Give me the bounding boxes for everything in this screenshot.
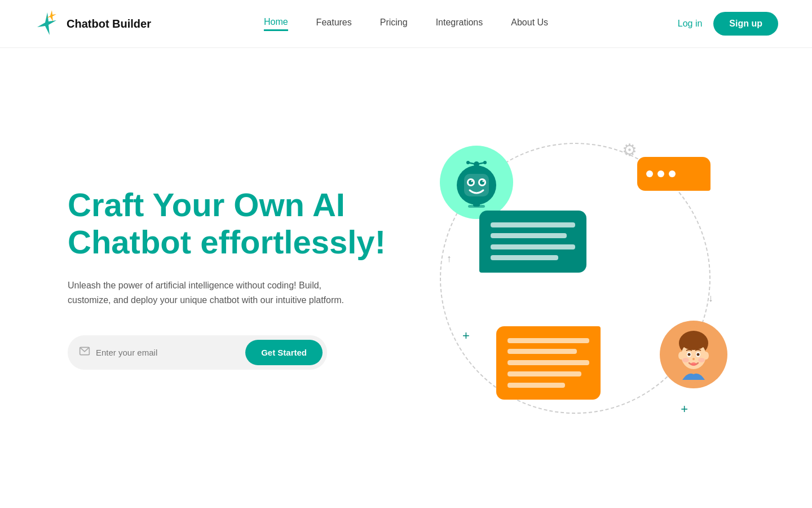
svg-point-30	[691, 362, 696, 366]
nav-links: Home Features Pricing Integrations About…	[264, 17, 548, 31]
dot-2	[657, 170, 664, 177]
hero-content: Craft Your Own AI Chatbot effortlessly! …	[68, 186, 386, 370]
bubble-line-3	[491, 244, 575, 249]
nav-actions: Log in Sign up	[678, 12, 778, 36]
chat-bubble-small	[637, 157, 710, 191]
svg-point-24	[703, 352, 709, 360]
email-form: Get Started	[68, 335, 327, 370]
hero-section: Craft Your Own AI Chatbot effortlessly! …	[0, 48, 812, 508]
robot-avatar	[440, 146, 513, 219]
bubble-line-1	[491, 222, 575, 227]
email-icon	[79, 345, 90, 360]
svg-rect-18	[468, 205, 485, 208]
nav-features[interactable]: Features	[316, 17, 352, 30]
bubble-line-5	[508, 338, 589, 343]
nav-integrations[interactable]: Integrations	[436, 17, 483, 30]
nav-about[interactable]: About Us	[511, 17, 548, 30]
hero-title-line1: Craft Your Own AI	[68, 186, 345, 223]
plus-icon-2: +	[681, 402, 688, 417]
svg-point-32	[698, 358, 705, 362]
navbar: Chatbot Builder Home Features Pricing In…	[0, 0, 812, 48]
logo[interactable]: Chatbot Builder	[34, 10, 151, 37]
human-avatar	[660, 321, 727, 388]
bubble-line-4	[491, 255, 558, 260]
nav-pricing[interactable]: Pricing	[380, 17, 408, 30]
gear-icon: ⚙	[622, 140, 637, 160]
dot-1	[646, 170, 653, 177]
plus-icon-1: +	[462, 329, 470, 343]
bubble-line-7	[508, 360, 589, 365]
signup-button[interactable]: Sign up	[713, 12, 778, 36]
svg-point-27	[688, 353, 691, 356]
bubble-line-8	[508, 371, 581, 376]
hero-subtitle: Unleash the power of artificial intellig…	[68, 278, 361, 307]
hero-title: Craft Your Own AI Chatbot effortlessly!	[68, 186, 386, 261]
bubble-line-6	[508, 349, 577, 354]
svg-point-29	[692, 358, 695, 360]
svg-point-31	[682, 358, 689, 362]
chat-bubble-orange	[496, 326, 601, 400]
svg-marker-0	[37, 12, 56, 35]
bubble-line-9	[508, 383, 565, 388]
logo-text: Chatbot Builder	[67, 17, 151, 30]
login-button[interactable]: Log in	[678, 19, 703, 29]
svg-point-22	[681, 334, 706, 350]
arrow-down-icon: ↓	[708, 292, 713, 304]
svg-point-16	[483, 180, 484, 182]
svg-point-28	[697, 353, 700, 356]
dot-3	[669, 170, 676, 177]
arrow-up-icon: ↑	[447, 253, 452, 265]
email-input[interactable]	[96, 344, 245, 361]
svg-point-15	[471, 180, 473, 182]
get-started-button[interactable]: Get Started	[245, 340, 323, 365]
hero-title-line2: Chatbot effortlessly!	[68, 224, 386, 260]
chat-bubble-teal	[479, 211, 586, 273]
bubble-line-2	[491, 233, 567, 238]
svg-point-23	[678, 352, 684, 360]
nav-home[interactable]: Home	[264, 17, 288, 31]
hero-illustration: ⚙ + + ↑ ↓	[406, 123, 744, 433]
logo-icon	[34, 10, 61, 37]
